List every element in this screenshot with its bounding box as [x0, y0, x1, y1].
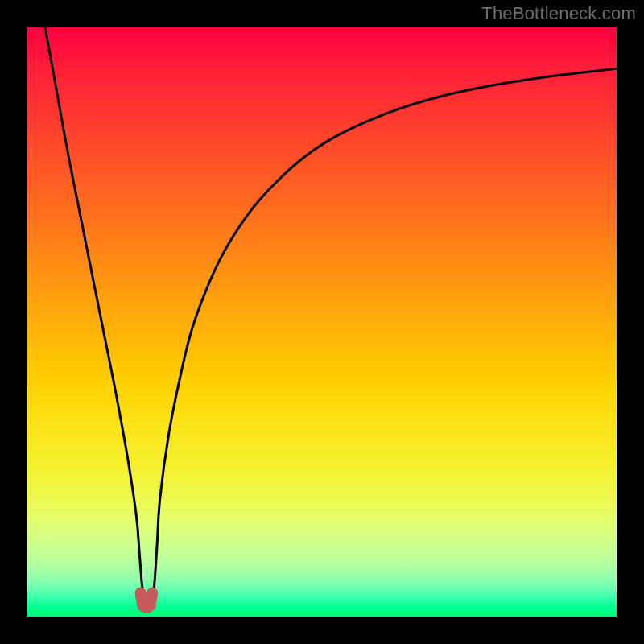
- chart-frame: TheBottleneck.com: [0, 0, 644, 644]
- bottleneck-curve: [45, 27, 617, 605]
- curve-layer: [27, 27, 617, 617]
- minimum-marker: [141, 593, 153, 608]
- plot-area: [27, 27, 617, 617]
- watermark-text: TheBottleneck.com: [481, 3, 636, 24]
